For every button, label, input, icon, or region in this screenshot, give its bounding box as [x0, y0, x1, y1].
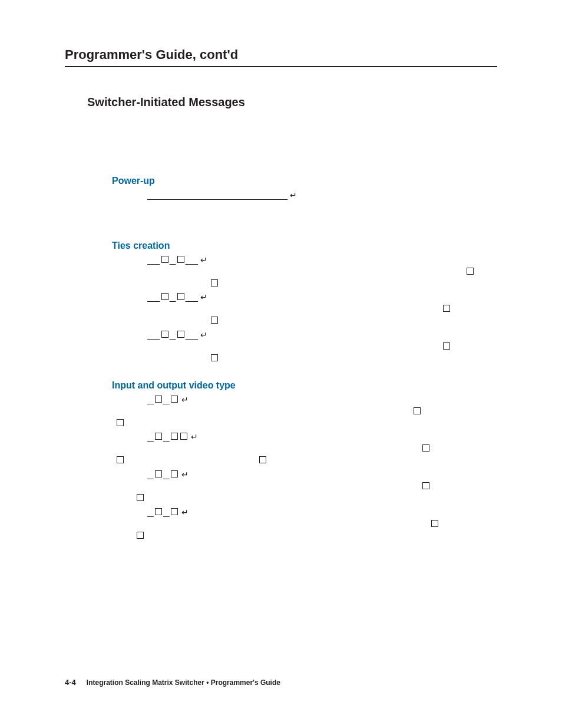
- return-icon: ↵: [200, 330, 207, 340]
- footer-title: Integration Scaling Matrix Switcher • Pr…: [87, 678, 280, 687]
- placeholder-box: [177, 331, 184, 338]
- placeholder-box: [211, 317, 218, 324]
- placeholder-box: [137, 494, 144, 501]
- placeholder-box: [211, 354, 218, 361]
- placeholder-box: [443, 342, 450, 350]
- placeholder-box: [211, 279, 218, 286]
- iov-msg-1: ↵: [147, 394, 497, 404]
- placeholder-box: [137, 532, 144, 539]
- placeholder-box: [422, 444, 429, 452]
- placeholder-box: [171, 470, 178, 477]
- placeholder-box: [155, 433, 162, 440]
- heading-io-video-type: Input and output video type: [112, 380, 497, 391]
- iov-msg-3: ↵: [147, 469, 497, 479]
- placeholder-box: [467, 268, 474, 275]
- placeholder-box: [443, 305, 450, 312]
- horizontal-rule: [65, 66, 497, 67]
- ties-desc-1: [171, 266, 497, 289]
- placeholder-box: [414, 407, 421, 414]
- ties-desc-3: [171, 341, 497, 364]
- return-icon: ↵: [181, 508, 189, 517]
- iov-msg-2: ↵: [147, 431, 497, 441]
- ties-msg-3: ↵: [147, 330, 497, 339]
- iov-msg-2-ul: [147, 432, 189, 441]
- intro-paragraph: [112, 116, 489, 159]
- heading-power-up: Power-up: [112, 176, 497, 186]
- placeholder-box: [422, 482, 429, 489]
- iov-msg-1-ul: [147, 395, 179, 404]
- ties-msg-2-ul: [147, 292, 198, 301]
- iov-desc-1: [171, 406, 497, 429]
- section-heading: Switcher-Initiated Messages: [87, 95, 497, 109]
- placeholder-box: [177, 256, 184, 263]
- heading-ties-creation: Ties creation: [112, 241, 497, 251]
- placeholder-box: [177, 293, 184, 300]
- page-footer: 4-4 Integration Scaling Matrix Switcher …: [65, 678, 280, 687]
- placeholder-box: [171, 396, 178, 403]
- return-icon: ↵: [200, 255, 207, 265]
- return-icon: ↵: [181, 395, 189, 404]
- placeholder-box: [161, 256, 168, 263]
- placeholder-box: [161, 331, 168, 338]
- ties-msg-1: ↵: [147, 255, 497, 264]
- iov-msg-3-ul: [147, 470, 179, 479]
- ties-desc-2: [171, 304, 497, 326]
- ties-msg-1-ul: [147, 255, 198, 264]
- placeholder-box: [259, 456, 266, 463]
- powerup-description: [171, 202, 497, 224]
- powerup-message-line: ↵: [147, 190, 497, 199]
- page-number: 4-4: [65, 678, 76, 687]
- iov-desc-2: [171, 443, 497, 466]
- return-icon: ↵: [181, 470, 189, 479]
- iov-desc-3: [171, 481, 497, 503]
- powerup-underline: [147, 190, 287, 199]
- placeholder-box: [161, 293, 168, 300]
- placeholder-box: [155, 396, 162, 403]
- placeholder-box: [171, 508, 178, 515]
- iov-msg-4-ul: [147, 508, 179, 516]
- running-head: Programmer's Guide, cont'd: [65, 47, 497, 62]
- iov-desc-4: [171, 519, 497, 541]
- placeholder-box: [155, 470, 162, 477]
- iov-msg-4: ↵: [147, 507, 497, 516]
- return-icon: ↵: [200, 292, 207, 302]
- placeholder-box: [431, 520, 438, 527]
- placeholder-box: [117, 456, 124, 463]
- placeholder-box: [155, 508, 162, 515]
- placeholder-box: [117, 419, 124, 426]
- placeholder-box: [180, 433, 187, 440]
- return-icon: ↵: [290, 190, 297, 200]
- ties-msg-3-ul: [147, 330, 198, 339]
- return-icon: ↵: [191, 432, 198, 442]
- placeholder-box: [171, 433, 178, 440]
- ties-msg-2: ↵: [147, 292, 497, 301]
